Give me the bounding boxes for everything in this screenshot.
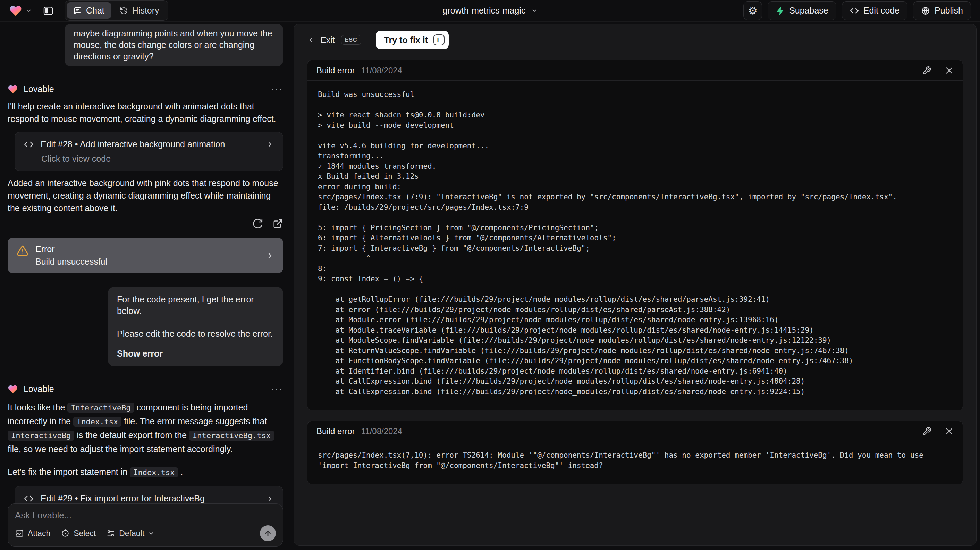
settings-button[interactable]: ⚙ [743,2,762,20]
build-error-log: Build was unsuccessful > vite_react_shad… [307,81,963,410]
attach-image-icon [15,529,24,538]
lovable-logo-menu[interactable] [9,4,32,18]
edit-card-28[interactable]: Edit #28 • Add interactive background an… [14,132,283,171]
show-error-label: Show error [117,348,274,359]
panel-date: 11/08/2024 [361,65,402,75]
composer-input[interactable]: Ask Lovable... [15,510,276,521]
build-error-panel-header: Build error 11/08/2024 [307,61,963,81]
workspace-toolbar: Exit ESC Try to fix it F [302,30,968,49]
assistant-name: Lovable [24,84,54,94]
error-card-subtitle: Build unsuccessful [35,257,107,267]
message-more-menu[interactable]: ··· [271,384,283,394]
user-message: maybe diagramming points and when you mo… [65,24,283,66]
error-card-title: Error [35,244,107,254]
edit-code-label: Edit code [864,6,899,16]
history-clock-icon [120,6,128,15]
code-brackets-icon [24,494,33,504]
send-button[interactable] [260,525,276,541]
publish-label: Publish [935,6,963,16]
user-message-line: Please edit the code to resolve the erro… [117,328,274,340]
topbar-actions: ⚙ Supabase Edit code Publish [743,2,971,20]
chevron-down-icon [531,8,537,14]
exit-button[interactable]: Exit ESC [307,35,361,45]
build-error-panel-header: Build error 11/08/2024 [307,421,963,441]
top-bar: Chat History growth-metrics-magic ⚙ Supa… [0,0,980,22]
publish-button[interactable]: Publish [913,2,971,20]
mode-label: Default [119,529,144,538]
lovable-heart-icon [8,384,18,394]
message-action-row [8,218,283,229]
chat-bubble-icon [73,6,82,15]
user-message-line: For the code present, I get the error be… [117,294,274,317]
attach-button[interactable]: Attach [15,529,50,538]
assistant-name: Lovable [24,384,54,394]
chevron-right-icon [266,251,274,260]
code-brackets-icon [24,140,33,149]
chevron-down-icon [26,8,32,14]
message-more-menu[interactable]: ··· [271,84,283,94]
project-selector[interactable]: growth-metrics-magic [443,6,538,16]
project-name: growth-metrics-magic [443,6,526,16]
code-brackets-icon [850,6,859,15]
globe-icon [921,6,930,15]
wrench-icon[interactable] [923,66,931,75]
try-to-fix-button[interactable]: Try to fix it F [376,30,449,49]
chat-history-tab-group: Chat History [65,0,168,21]
chevron-down-icon [148,530,154,536]
assistant-message: Let's fix the import statement in Index.… [8,465,283,479]
edit-card-title: Edit #29 • Fix import error for Interact… [41,493,205,504]
chevron-right-icon [266,140,274,148]
assistant-message: Added an interactive background with pin… [8,177,283,214]
mode-dropdown[interactable]: Default [106,529,154,538]
build-error-card[interactable]: Error Build unsuccessful [8,238,283,273]
assistant-message-header: Lovable ··· [8,384,283,394]
fix-button-label: Try to fix it [384,35,428,45]
tab-chat-label: Chat [86,6,105,16]
warning-triangle-icon [17,245,29,257]
close-icon[interactable] [945,427,954,436]
error-workspace: Exit ESC Try to fix it F Build error 11/… [294,24,977,546]
f-key-hint: F [433,34,445,46]
chat-composer[interactable]: Ask Lovable... Attach Select [8,504,283,547]
build-error-panel: Build error 11/08/2024 Build was unsucce… [307,60,963,410]
chevron-left-icon [307,37,314,43]
select-element-button[interactable]: Select [61,529,96,538]
supabase-button[interactable]: Supabase [768,2,836,20]
panel-title: Build error [317,65,355,75]
chat-panel: maybe diagramming points and when you mo… [0,22,291,550]
wrench-icon[interactable] [923,427,931,436]
edit-card-title: Edit #28 • Add interactive background an… [41,139,225,149]
tab-history[interactable]: History [113,2,166,19]
user-message: For the code present, I get the error be… [108,287,283,366]
arrow-up-icon [263,529,272,538]
assistant-message: It looks like the InteractiveBg componen… [8,401,283,456]
edit-card-subtitle: Click to view code [41,154,274,164]
sidebar-toggle-button[interactable] [40,2,57,19]
assistant-message: I'll help create an interactive backgrou… [8,100,283,125]
esc-key-hint: ESC [341,35,361,45]
tab-chat[interactable]: Chat [67,2,111,19]
restore-icon[interactable] [253,218,263,229]
lovable-heart-icon [9,4,22,18]
panel-date: 11/08/2024 [361,426,402,436]
open-preview-icon[interactable] [273,218,283,229]
lovable-heart-icon [8,84,18,94]
tab-history-label: History [132,6,159,16]
panel-title: Build error [317,426,355,436]
select-label: Select [73,529,96,538]
edit-code-button[interactable]: Edit code [842,2,907,20]
build-error-panel: Build error 11/08/2024 src/pages/Index.t… [307,421,963,485]
supabase-bolt-icon [776,6,784,15]
assistant-message-header: Lovable ··· [8,84,283,94]
gear-icon: ⚙ [748,6,757,16]
sliders-icon [106,529,115,538]
close-icon[interactable] [945,66,954,75]
supabase-label: Supabase [789,6,828,16]
chevron-right-icon [266,495,274,502]
attach-label: Attach [28,529,50,538]
target-icon [61,529,70,538]
build-error-log: src/pages/Index.tsx(7,10): error TS2614:… [307,441,963,484]
exit-label: Exit [320,35,335,45]
